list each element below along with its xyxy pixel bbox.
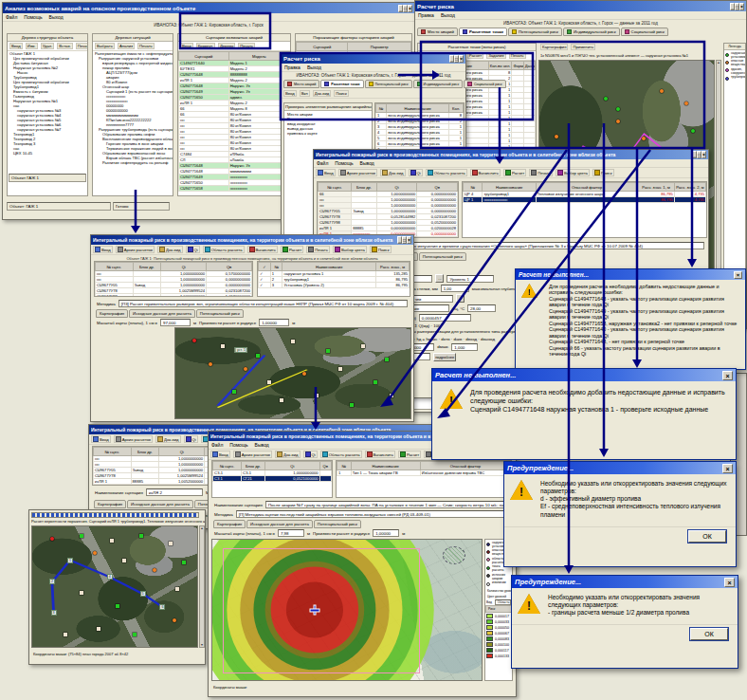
toolbar-button[interactable]: Расчет (503, 169, 526, 176)
menu-item[interactable]: Выход (441, 12, 455, 18)
tab[interactable]: Место аварий (417, 28, 458, 36)
accident-source-marker[interactable] (310, 606, 319, 615)
map-marker[interactable] (93, 551, 97, 555)
toolbar-button[interactable]: Qi (409, 169, 423, 176)
column-header[interactable]: Наименование (351, 462, 420, 470)
column-header[interactable]: № сцен. (94, 448, 132, 456)
close-icon[interactable]: × (722, 371, 733, 380)
toolbar-button[interactable]: Вкл (300, 90, 310, 97)
column-header[interactable]: Расч. знач., м (376, 263, 410, 271)
column-header[interactable]: № (464, 183, 483, 192)
tab[interactable]: Индивидуальный риск (563, 28, 620, 36)
toolbar-button[interactable]: Док-вид (380, 169, 405, 176)
map-marker[interactable] (315, 394, 319, 397)
toolbar-button[interactable]: Поиск (592, 169, 614, 176)
tab[interactable]: Картография (96, 309, 128, 318)
map-marker[interactable] (361, 344, 365, 348)
toolbar-button[interactable]: Печать (76, 43, 88, 49)
scale-field[interactable]: 97,000 (160, 319, 191, 326)
result-row[interactable]: ЦР 4трубопровод1Тепловое излучение огнен… (464, 192, 706, 197)
menu-item[interactable]: Вывод (255, 442, 269, 448)
tab[interactable]: Потенциальный риск (314, 520, 361, 528)
column-header[interactable]: Qi (161, 263, 207, 271)
pipeline-node[interactable]: 3 (51, 610, 57, 616)
tab[interactable]: Исходные данные для расчета (246, 520, 313, 528)
map-marker[interactable] (122, 559, 126, 562)
map-marker[interactable] (291, 340, 295, 343)
close-icon[interactable]: × (734, 271, 742, 279)
titlebar[interactable]: Расчет риска _□× (282, 53, 465, 64)
pipeline-node[interactable]: 5 (140, 591, 146, 597)
column-header[interactable]: Блок др. (133, 263, 161, 271)
map-marker[interactable] (182, 561, 186, 564)
column-header[interactable]: Qв (207, 263, 252, 271)
window-control-button[interactable]: × (407, 236, 411, 244)
toolbar-button[interactable]: Расчет (467, 52, 483, 59)
scenario-name-field[interactable]: кчЛЯ 2 (146, 488, 203, 496)
toolbar-button[interactable]: Поиск (334, 90, 349, 97)
map-marker[interactable] (173, 618, 176, 622)
close-icon[interactable]: × (722, 464, 733, 473)
map-marker[interactable] (80, 534, 83, 538)
menu-item[interactable]: Помощь (229, 442, 247, 448)
column-header[interactable]: Qв (319, 462, 332, 470)
risk-level-row[interactable]: 0,000133 (486, 654, 511, 659)
ok-button[interactable]: ОК (690, 628, 728, 640)
toolbar-button[interactable]: Расчет (281, 246, 303, 253)
column-header[interactable]: Блок др. (352, 183, 376, 192)
tab[interactable]: Потенциальный риск (419, 252, 466, 261)
toolbar-button[interactable]: Ввод (93, 246, 113, 253)
menu-item[interactable]: Правка (418, 12, 434, 18)
toolbar-button[interactable]: Дерево (218, 43, 235, 49)
map-marker[interactable] (338, 367, 342, 371)
dmax-field[interactable]: 1,000 (451, 343, 478, 351)
toolbar-button[interactable]: Выбрать (95, 43, 115, 49)
toolbar-button[interactable]: Поиск (370, 246, 392, 253)
map-marker[interactable] (691, 129, 695, 133)
toolbar-button[interactable]: Удал. (41, 43, 55, 49)
titlebar[interactable]: Интегральный пожарный риск в производств… (91, 235, 413, 245)
table-row[interactable]: СЧ9677У981,00000000001,0520000000 (96, 294, 252, 298)
map-marker[interactable] (660, 89, 664, 93)
column-header[interactable]: Наименование (483, 183, 536, 192)
toolbar-button[interactable]: Ввод (283, 90, 297, 97)
column-header[interactable]: Qв (417, 183, 458, 192)
map-marker[interactable] (244, 367, 247, 371)
wall-field[interactable]: 1,00 (441, 285, 469, 292)
tab[interactable]: Потенциальный риск (508, 28, 562, 36)
toolbar-button[interactable]: Ввод (91, 435, 111, 443)
map-marker[interactable] (97, 627, 100, 631)
map-marker[interactable] (350, 403, 354, 407)
map-marker[interactable] (684, 101, 688, 105)
map-marker[interactable] (192, 339, 196, 342)
column-header[interactable]: ✓ (259, 263, 271, 271)
close-icon[interactable]: × (724, 578, 735, 587)
toolbar-button[interactable]: Ввод (9, 43, 23, 49)
menu-item[interactable]: Файл (317, 160, 328, 166)
toolbar-button[interactable]: Qi (184, 435, 198, 443)
toolbar-button[interactable]: Встав. (57, 43, 72, 49)
toolbar-button[interactable]: Архив расчетов (233, 451, 272, 458)
toolbar-button[interactable]: Вычислить (247, 246, 278, 253)
map-scrollbar[interactable]: ▲▼ (199, 525, 205, 648)
map-marker[interactable] (390, 394, 393, 397)
column-header[interactable]: № сцен. (319, 183, 352, 192)
tree-item[interactable]: ЦЕХ 10-45 (8, 151, 87, 156)
map-marker[interactable] (133, 633, 137, 636)
result-row[interactable]: ЦР 1ннннннннннн86,7954,735 (464, 197, 706, 203)
toolbar-button[interactable]: Печать (137, 43, 155, 49)
window-control-button[interactable]: × (701, 151, 706, 158)
tab[interactable]: Расчетные точки (320, 80, 363, 88)
column-header[interactable]: № сцен. (213, 462, 242, 470)
column-header[interactable]: Данные (523, 62, 535, 70)
methodika-value[interactable]: [П] Методика оценки последствий аварийны… (236, 510, 510, 518)
map-marker[interactable] (555, 135, 558, 138)
map-marker[interactable] (80, 591, 83, 595)
scale-field[interactable]: 7,98 (278, 529, 304, 537)
menu-item[interactable]: Помощь (24, 14, 42, 20)
toolbar-button[interactable]: Анализ (118, 43, 135, 49)
column-header[interactable]: Расч. знач. 1, м (638, 183, 674, 192)
window-control-button[interactable]: × (408, 5, 412, 12)
tree-item[interactable]: Разлитие нефтепродукта на рельеф (93, 160, 173, 165)
window-control-button[interactable]: × (739, 3, 744, 10)
